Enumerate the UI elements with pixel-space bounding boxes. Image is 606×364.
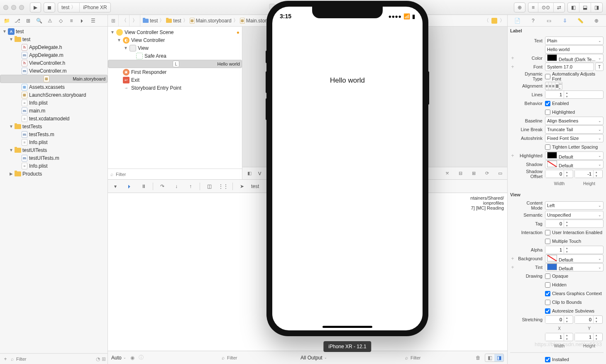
installed-checkbox[interactable]: Installed bbox=[545, 357, 569, 362]
stack-icon[interactable]: ▭ bbox=[496, 169, 505, 178]
autoshrink-select[interactable]: Fixed Font Size⌄ bbox=[545, 134, 604, 142]
background-select[interactable]: Default⌄ bbox=[545, 254, 604, 263]
font-picker-icon[interactable]: T bbox=[595, 63, 604, 71]
file-tree-item[interactable]: ▼test bbox=[0, 35, 108, 43]
outline-item[interactable]: →Storyboard Entry Point bbox=[108, 84, 242, 92]
file-tree-item[interactable]: ≡Info.plist bbox=[0, 162, 108, 170]
stretch-w-stepper[interactable]: ▴▾ bbox=[545, 333, 573, 341]
file-tree-item[interactable]: ▼Atest bbox=[0, 27, 108, 35]
info-icon[interactable]: ⓘ bbox=[139, 354, 144, 361]
help-inspector-icon[interactable]: ? bbox=[528, 16, 538, 25]
device-selector[interactable]: V bbox=[258, 171, 261, 176]
shadow-w-stepper[interactable]: ▴▾ bbox=[545, 170, 573, 178]
align-icon[interactable]: ⊟ bbox=[456, 169, 465, 178]
linebreak-select[interactable]: Truncate Tail⌄ bbox=[545, 125, 604, 134]
file-tree-item[interactable]: hAppDelegate.h bbox=[0, 43, 108, 51]
outline-item[interactable]: Safe Area bbox=[108, 52, 242, 60]
console-filter[interactable]: ⌕ bbox=[405, 355, 472, 361]
uie-checkbox[interactable]: User Interaction Enabled bbox=[545, 230, 602, 235]
version-editor-icon[interactable]: ⇄ bbox=[554, 3, 564, 12]
standard-editor-icon[interactable]: ≡ bbox=[528, 3, 538, 12]
file-tree-item[interactable]: ≡test.xcdatamodeld bbox=[0, 115, 108, 122]
report-navigator-icon[interactable]: ☰ bbox=[88, 16, 98, 25]
tighten-checkbox[interactable]: Tighten Letter Spacing bbox=[545, 144, 598, 150]
pin-icon[interactable]: ⊞ bbox=[469, 169, 478, 178]
stretch-y-stepper[interactable]: ▴▾ bbox=[574, 315, 603, 324]
file-tree-item[interactable]: mtestTests.m bbox=[0, 130, 108, 138]
file-tree-item[interactable]: ▼testTests bbox=[0, 122, 108, 130]
step-over-icon[interactable]: ↷ bbox=[157, 182, 167, 191]
debug-navigator-icon[interactable]: ≡ bbox=[66, 16, 76, 25]
nav-forward-icon[interactable]: 〉 bbox=[500, 17, 505, 24]
font-input[interactable]: System 17.0 bbox=[545, 63, 594, 71]
forward-icon[interactable]: 〉 bbox=[130, 15, 140, 26]
file-tree-item[interactable]: hViewController.h bbox=[0, 59, 108, 67]
editor-mode-segment[interactable]: ≡ ⊙⊙ ⇄ bbox=[528, 2, 565, 12]
console-pane-icon[interactable]: ◨ bbox=[494, 354, 503, 362]
tint-select[interactable]: Default⌄ bbox=[545, 263, 604, 271]
shadow-color-select[interactable]: Default⌄ bbox=[545, 160, 604, 169]
minimize-window-icon[interactable] bbox=[11, 5, 16, 10]
bottom-panel-icon[interactable]: ⬓ bbox=[579, 3, 591, 12]
outline-item[interactable]: ↩Exit bbox=[108, 76, 242, 84]
recent-filter-icon[interactable]: ◔ bbox=[96, 356, 100, 362]
outline-filter-input[interactable] bbox=[115, 171, 239, 177]
hidden-checkbox[interactable]: Hidden bbox=[545, 282, 567, 288]
output-scope-selector[interactable]: All Output ⌄ bbox=[301, 355, 327, 361]
view-debug-icon[interactable]: ◫ bbox=[204, 182, 214, 191]
symbol-navigator-icon[interactable]: ⊞ bbox=[23, 16, 33, 25]
file-tree[interactable]: ▼Atest▼testhAppDelegate.hmAppDelegate.mh… bbox=[0, 27, 108, 353]
step-out-icon[interactable]: ↑ bbox=[186, 182, 195, 191]
text-mode-select[interactable]: Plain⌄ bbox=[545, 37, 604, 45]
right-panel-icon[interactable]: ◨ bbox=[591, 3, 602, 12]
outline-item[interactable]: ▣First Responder bbox=[108, 68, 242, 76]
outline-item[interactable]: ▼View Controller Scene● bbox=[108, 28, 242, 36]
shadow-h-stepper[interactable]: ▴▾ bbox=[574, 170, 603, 178]
outline-item[interactable]: ▼View bbox=[108, 44, 242, 52]
auto-scope-selector[interactable]: Auto ⌄ bbox=[111, 355, 126, 361]
find-navigator-icon[interactable]: 🔍 bbox=[34, 16, 44, 25]
enabled-checkbox[interactable]: Enabled bbox=[545, 101, 569, 106]
trash-icon[interactable]: 🗑 bbox=[476, 355, 481, 361]
file-tree-item[interactable]: ▼testUITests bbox=[0, 146, 108, 154]
baseline-select[interactable]: Align Baselines⌄ bbox=[545, 117, 604, 125]
warning-badge-icon[interactable] bbox=[491, 18, 497, 24]
file-tree-item[interactable]: ⊞LaunchScreen.storyboard bbox=[0, 91, 108, 99]
vars-pane-icon[interactable]: ◧ bbox=[485, 354, 494, 362]
file-tree-item[interactable]: ≡Info.plist bbox=[0, 99, 108, 107]
jump-bar-crumb[interactable]: test bbox=[166, 18, 181, 24]
console-split-toggle[interactable]: ◧ ◨ bbox=[485, 354, 504, 362]
breakpoints-toggle-icon[interactable]: ⏵ bbox=[125, 182, 134, 191]
location-icon[interactable]: ➤ bbox=[237, 182, 247, 191]
file-tree-item[interactable]: ▶Products bbox=[0, 170, 108, 178]
assistant-editor-icon[interactable]: ⊙⊙ bbox=[538, 3, 554, 12]
file-tree-item[interactable]: mmain.m bbox=[0, 107, 108, 115]
file-tree-item[interactable]: mAppDelegate.m bbox=[0, 51, 108, 59]
outline-item[interactable]: LHello world bbox=[108, 60, 242, 68]
step-into-icon[interactable]: ↓ bbox=[171, 182, 181, 191]
multitouch-checkbox[interactable]: Multiple Touch bbox=[545, 239, 581, 244]
clears-checkbox[interactable]: Clears Graphics Context bbox=[545, 291, 602, 296]
breakpoint-navigator-icon[interactable]: ⏵ bbox=[77, 16, 87, 25]
attributes-inspector-icon[interactable]: ⇩ bbox=[560, 16, 570, 25]
hide-debug-icon[interactable]: ▾ bbox=[110, 182, 120, 191]
embed-icon[interactable]: ⤧ bbox=[442, 169, 452, 178]
content-mode-select[interactable]: Left⌄ bbox=[545, 201, 604, 210]
resolve-icon[interactable]: ⟳ bbox=[482, 169, 491, 178]
dynamic-type-checkbox[interactable]: Automatically Adjusts Font bbox=[545, 71, 604, 81]
close-window-icon[interactable] bbox=[3, 5, 8, 10]
clip-checkbox[interactable]: Clip to Bounds bbox=[545, 300, 582, 305]
simulator-window[interactable]: 3:15 ●●●●📶▮ Hello world iPhone XR - 12.1 bbox=[266, 1, 428, 336]
continue-icon[interactable]: ⏸ bbox=[139, 182, 149, 191]
debug-target-label[interactable]: test bbox=[251, 183, 259, 189]
panel-toggle-segment[interactable]: ◧ ⬓ ◨ bbox=[567, 2, 603, 12]
connections-inspector-icon[interactable]: ⊕ bbox=[591, 16, 602, 25]
highlighted-checkbox[interactable]: Highlighted bbox=[545, 110, 575, 115]
outline-toggle-icon[interactable]: ◧ bbox=[245, 169, 254, 178]
zoom-window-icon[interactable] bbox=[19, 5, 24, 10]
jump-bar-crumb[interactable]: test bbox=[143, 18, 158, 24]
size-inspector-icon[interactable]: 📏 bbox=[575, 16, 586, 25]
stretch-x-stepper[interactable]: ▴▾ bbox=[545, 315, 573, 324]
file-tree-item[interactable]: ≡Info.plist bbox=[0, 138, 108, 146]
nav-back-icon[interactable]: 〈 bbox=[484, 17, 489, 24]
